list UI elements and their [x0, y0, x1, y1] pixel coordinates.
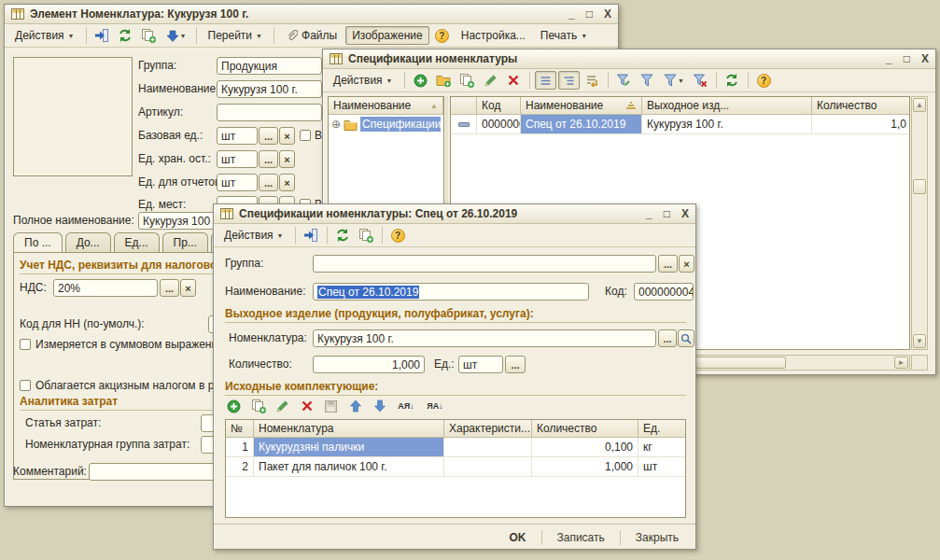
goto-menu-button[interactable]: Перейти ▼	[202, 26, 270, 45]
maximize-button[interactable]: □	[904, 52, 910, 65]
scroll-up-button[interactable]: ▲	[913, 98, 926, 112]
column-header-num[interactable]: №	[226, 420, 254, 437]
close-button[interactable]: Закрыть	[626, 528, 688, 547]
add-group-button[interactable]	[433, 71, 455, 90]
unit-select-button[interactable]: ...	[505, 356, 526, 373]
list-titlebar[interactable]: Спецификации номенклатуры _ □ X	[323, 49, 935, 69]
help-button[interactable]: ?	[387, 226, 409, 245]
vat-select-button[interactable]: ...	[160, 279, 179, 297]
expand-icon[interactable]: ⊕	[331, 119, 341, 130]
qty-cell[interactable]: 1,000	[532, 457, 638, 476]
characteristic-cell[interactable]	[444, 438, 532, 456]
move-down-button[interactable]	[369, 397, 390, 415]
tree-header[interactable]: Наименование ▲	[329, 97, 443, 115]
hierarchy-view-button[interactable]	[535, 71, 556, 90]
component-row[interactable]: 1 Кукурудзяні палички 0,100 кг	[226, 438, 685, 457]
copy-button[interactable]	[356, 226, 377, 245]
filter-sort-button[interactable]	[613, 71, 635, 90]
article-input[interactable]	[217, 104, 322, 121]
sum-expression-checkbox[interactable]	[20, 339, 31, 350]
filter-history-button[interactable]: ▼	[660, 71, 688, 90]
copy-button[interactable]	[138, 26, 160, 45]
save-button[interactable]	[301, 226, 322, 245]
tab-other[interactable]: Пр...	[162, 232, 208, 253]
actions-menu-button[interactable]: Действия ▼	[217, 226, 290, 245]
name-cell[interactable]: Спец от 26.10.2019	[521, 115, 642, 133]
scroll-down-button[interactable]: ▼	[913, 334, 926, 348]
maximize-button[interactable]: □	[586, 7, 593, 21]
column-header-unit[interactable]: Ед.	[638, 420, 683, 437]
move-up-button[interactable]	[344, 397, 366, 415]
maximize-button[interactable]: □	[664, 207, 670, 220]
refresh-button[interactable]	[722, 71, 743, 90]
history-view-button[interactable]	[582, 71, 603, 90]
unit-input[interactable]: шт	[458, 356, 503, 373]
column-header-characteristic[interactable]: Характеристи...	[444, 420, 532, 437]
output-cell[interactable]: Кукурузя 100 г.	[642, 115, 812, 133]
quantity-input[interactable]: 1,000	[313, 356, 425, 373]
code-cell[interactable]: 000000004	[477, 115, 521, 133]
base-unit-input[interactable]: шт	[217, 127, 258, 145]
copy-button[interactable]	[456, 71, 478, 90]
delete-button[interactable]	[503, 71, 525, 90]
name-input[interactable]: Спец от 26.10.2019	[313, 283, 589, 301]
close-button[interactable]: X	[681, 207, 689, 220]
name-cell[interactable]: Пакет для паличок 100 г.	[254, 457, 444, 476]
end-edit-button-disabled[interactable]	[320, 397, 342, 415]
close-button[interactable]: X	[921, 52, 929, 65]
spec-list-row[interactable]: 000000004 Спец от 26.10.2019 Кукурузя 10…	[451, 115, 909, 134]
nomenclature-input[interactable]: Кукурузя 100 г.	[313, 329, 656, 347]
component-row[interactable]: 2 Пакет для паличок 100 г. 1,000 шт	[226, 457, 685, 477]
column-header-quantity[interactable]: Количество	[532, 420, 638, 437]
row-edit-button[interactable]	[272, 397, 293, 415]
vat-input[interactable]: 20%	[53, 279, 158, 297]
item-titlebar[interactable]: Элемент Номенклатура: Кукурузя 100 г. _ …	[5, 5, 618, 24]
code-input[interactable]: 000000004	[634, 283, 694, 301]
sort-desc-button[interactable]: ЯА↓	[422, 397, 448, 415]
filter-by-value-button[interactable]	[637, 71, 658, 90]
tab-additional[interactable]: До...	[65, 232, 111, 253]
actions-menu-button[interactable]: Действия ▼	[8, 26, 81, 45]
help-button[interactable]: ?	[753, 71, 775, 90]
add-button[interactable]	[410, 71, 431, 90]
sort-asc-button[interactable]: АЯ↓	[393, 397, 419, 415]
reread-button[interactable]	[115, 26, 136, 45]
num-cell[interactable]: 1	[226, 438, 254, 456]
group-clear-button[interactable]: ×	[679, 255, 694, 273]
qty-cell[interactable]: 1,0	[812, 115, 910, 133]
group-select-button[interactable]: ...	[658, 255, 678, 273]
comment-input[interactable]	[89, 463, 229, 481]
column-header-output[interactable]: Выходное изд...	[642, 97, 812, 114]
num-cell[interactable]: 2	[226, 457, 254, 476]
column-header-qty[interactable]: Количество	[812, 97, 910, 114]
group-input[interactable]: Продукция	[217, 57, 322, 75]
column-header-code[interactable]: Код	[477, 97, 521, 114]
report-unit-clear-button[interactable]: ×	[279, 174, 295, 191]
image-toggle-button[interactable]: Изображение	[345, 26, 429, 45]
minimize-button[interactable]: _	[646, 207, 652, 220]
actions-menu-button[interactable]: Действия ▼	[327, 71, 400, 90]
nomenclature-open-button[interactable]	[678, 329, 694, 347]
excise-checkbox[interactable]	[20, 380, 31, 391]
spec-titlebar[interactable]: Спецификации номенклатуры: Спец от 26.10…	[214, 204, 695, 224]
base-unit-checkbox[interactable]	[300, 130, 311, 141]
item-image-box[interactable]	[13, 57, 133, 176]
reread-button[interactable]	[332, 226, 354, 245]
write-button[interactable]: Записать	[548, 528, 614, 547]
scroll-thumb[interactable]	[913, 179, 926, 194]
close-button[interactable]: X	[604, 7, 611, 21]
nomenclature-select-button[interactable]: ...	[658, 329, 677, 347]
qty-cell[interactable]: 0,100	[532, 438, 638, 456]
storage-unit-input[interactable]: шт	[217, 150, 258, 168]
name-cell[interactable]: Кукурудзяні палички	[254, 438, 444, 456]
save-button[interactable]	[91, 26, 113, 45]
tree-view-button[interactable]	[558, 71, 580, 90]
report-unit-input[interactable]: шт	[217, 174, 258, 191]
settings-button[interactable]: Настройка...	[455, 26, 532, 45]
vertical-scrollbar[interactable]: ▲ ▼	[911, 96, 928, 350]
ok-button[interactable]: OK	[500, 528, 536, 547]
storage-unit-clear-button[interactable]: ×	[279, 150, 295, 168]
tab-units[interactable]: Ед...	[114, 232, 160, 253]
group-input[interactable]	[313, 255, 656, 273]
row-delete-button[interactable]	[296, 397, 317, 415]
